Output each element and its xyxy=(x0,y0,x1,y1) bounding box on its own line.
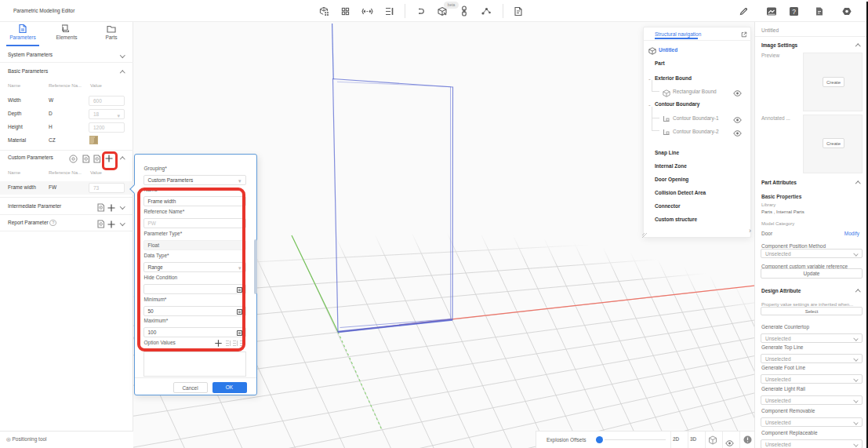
svg-text:?: ? xyxy=(792,7,796,15)
